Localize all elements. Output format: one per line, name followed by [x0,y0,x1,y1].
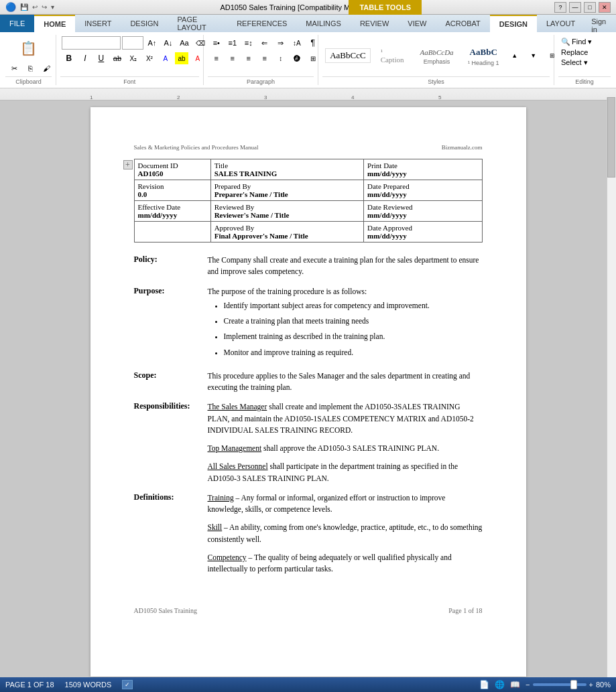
approved-by-value: Final Approver's Name / Title [214,232,360,240]
add-table-btn[interactable]: + [123,160,133,169]
align-center-button[interactable]: ≡ [225,52,240,65]
tab-design[interactable]: DESIGN [121,15,168,32]
top-management-link: Top Management [208,444,262,452]
table-cell: Title SALES TRAINING [210,159,363,180]
tab-mailings[interactable]: MAILINGS [296,15,351,32]
list-item: Create a training plan that meets traini… [224,316,483,327]
bullets-button[interactable]: ≡• [209,36,224,50]
align-left-button[interactable]: ≡ [209,52,224,65]
page-footer: AD1050 Sales Training Page 1 of 18 [134,602,483,614]
styles-scroll-down[interactable]: ▼ [526,49,541,62]
tab-references[interactable]: REFERENCES [227,15,296,32]
status-bar: PAGE 1 OF 18 1509 WORDS ✓ 📄 🌐 📖 − + 80% [0,677,616,683]
tab-page-layout[interactable]: PAGE LAYOUT [168,15,228,32]
grow-font-button[interactable]: A↑ [145,36,160,50]
style-caption[interactable]: ¹ Caption [375,46,410,66]
window-controls[interactable]: ? — □ ✕ [554,2,611,13]
italic-button[interactable]: I [78,52,93,65]
shrink-font-button[interactable]: A↓ [161,36,176,50]
view-print-btn[interactable]: 📄 [479,680,489,683]
sales-manager-link: The Sales Manager [208,403,267,411]
font-color-button[interactable]: A [190,52,205,65]
right-scrollbar[interactable] [607,97,616,680]
date-approved-label: Date Approved [367,224,478,232]
paste-button[interactable]: 📋 [7,36,50,60]
scrollbar-thumb[interactable] [607,97,615,178]
title-label: Title [214,161,360,169]
tab-table-design[interactable]: DESIGN [490,15,537,32]
increase-indent-button[interactable]: ⇒ [273,36,288,50]
table-cell: Reviewed By Reviewer's Name / Title [210,201,363,222]
maximize-btn[interactable]: □ [584,2,596,13]
responsibilities-label: Responsibilities: [134,401,208,484]
strikethrough-button[interactable]: ab [110,52,125,65]
decrease-indent-button[interactable]: ⇐ [257,36,272,50]
close-btn[interactable]: ✕ [599,2,611,13]
multilevel-list-button[interactable]: ≡↕ [241,36,256,50]
date-prepared-value: mm/dd/yyyy [367,190,478,198]
cut-button[interactable]: ✂ [7,62,21,75]
bold-button[interactable]: B [62,52,76,65]
subscript-button[interactable]: X₂ [126,52,141,65]
zoom-thumb[interactable] [570,680,577,683]
style-emphasis[interactable]: AaBbCcDa [414,46,459,58]
align-right-button[interactable]: ≡ [241,52,256,65]
format-painter-button[interactable]: 🖌 [39,62,54,75]
help-btn[interactable]: ? [554,2,566,13]
tab-insert[interactable]: INSERT [75,15,121,32]
select-label[interactable]: Select ▾ [561,58,608,67]
footer-left: AD1050 Sales Training [134,607,197,614]
footer-right: Page 1 of 18 [448,607,482,614]
tab-table-layout[interactable]: LAYOUT [537,15,584,32]
table-cell: Approved By Final Approver's Name / Titl… [210,222,363,243]
track-changes-icon[interactable]: ✓ [122,680,133,683]
sign-in[interactable]: Sign in [584,15,616,32]
table-tools-label: TABLE TOOLS [359,3,411,11]
find-label[interactable]: Find ▾ [572,38,592,46]
tab-file[interactable]: FILE [0,15,34,32]
scope-content: This procedure applies to the Sales Mana… [208,370,483,394]
zoom-in-btn[interactable]: + [589,681,593,683]
clipboard-group: 📋 ✂ ⎘ 🖌 Clipboard [1,35,56,85]
line-spacing-button[interactable]: ↕ [273,52,288,65]
minimize-btn[interactable]: — [569,2,581,13]
style-heading1[interactable]: AaBbC [464,45,503,60]
tab-view[interactable]: VIEW [398,15,436,32]
justify-button[interactable]: ≡ [257,52,272,65]
responsibilities-para1: The Sales Manager shall create and imple… [208,401,483,436]
clear-format-button[interactable]: Aa [177,36,192,50]
style-aabbcc[interactable]: AaBbCcC [325,48,370,63]
zoom-controls: − + 80% [526,681,611,683]
training-term: Training [208,494,234,502]
tab-home[interactable]: HOME [34,15,75,32]
zoom-out-btn[interactable]: − [526,681,530,683]
replace-label[interactable]: Replace [561,48,608,56]
clipboard-label: Clipboard [5,76,52,85]
list-item: Monitor and improve training as required… [224,347,483,358]
table-cell: Print Date mm/dd/yyyy [364,159,482,180]
underline-button[interactable]: U [94,52,109,65]
font-size-input[interactable]: 12 [122,36,143,50]
sort-button[interactable]: ↕A [290,36,304,50]
prepared-by-label: Prepared By [214,182,360,190]
purpose-list: Identify important subject areas for com… [208,300,483,358]
definitions-label: Definitions: [134,492,208,575]
table-cell: Date Approved mm/dd/yyyy [364,222,482,243]
highlight-button[interactable]: ab [174,52,189,65]
tab-review[interactable]: REVIEW [351,15,398,32]
tab-acrobat[interactable]: ACROBAT [436,15,489,32]
styles-scroll-up[interactable]: ▲ [507,49,522,62]
responsibilities-para2: Top Management shall approve the AD1050-… [208,443,483,454]
text-effects-button[interactable]: A [158,52,173,65]
policy-section: Policy: The Company shall create and exe… [134,255,483,278]
editing-label: Editing [558,76,611,85]
shading-button[interactable]: 🅐 [290,52,304,65]
numbering-button[interactable]: ≡1 [225,36,240,50]
view-web-btn[interactable]: 🌐 [495,680,505,683]
font-name-input[interactable]: Times New Ro... [62,36,121,50]
definitions-content: Training – Any formal or informal, organ… [208,492,483,575]
view-read-btn[interactable]: 📖 [510,680,520,683]
scope-label: Scope: [134,370,208,394]
superscript-button[interactable]: X² [142,52,157,65]
copy-button[interactable]: ⎘ [23,62,38,75]
